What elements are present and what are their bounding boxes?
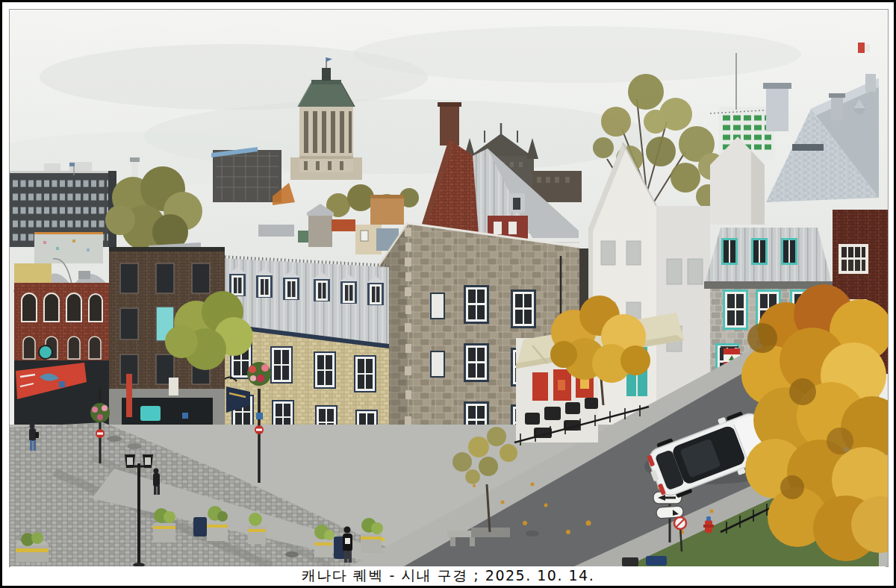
photo-caption: 캐나다 퀘벡 - 시내 구경 ; 2025. 10. 14. [302,566,594,586]
quebec-street-scene: RESTAURANT LIBAN [10,10,888,566]
blue-bin [646,556,667,566]
dark-bin [622,557,638,566]
photo-image: RESTAURANT LIBAN [9,9,889,567]
mural-wall [34,232,103,263]
framed-photo-page: RESTAURANT LIBAN [0,0,896,588]
teal-dormers [721,238,797,265]
caption-bar: 캐나다 퀘벡 - 시내 구경 ; 2025. 10. 14. [10,566,886,585]
